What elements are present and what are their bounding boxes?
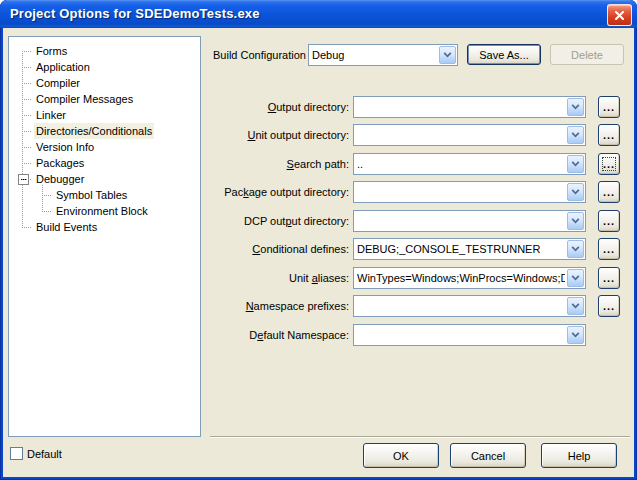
dropdown-button[interactable] (567, 212, 584, 230)
cancel-button[interactable]: Cancel (450, 443, 526, 468)
dropdown-button[interactable] (567, 183, 584, 201)
tree-item-compiler[interactable]: Compiler (9, 75, 200, 91)
combobox-value[interactable] (357, 326, 565, 344)
label-text: Unit (289, 272, 312, 284)
dropdown-button[interactable] (567, 269, 584, 287)
output-directory-browse-button[interactable]: ... (598, 96, 620, 118)
field-row-output-directory: Output directory: ... (3, 96, 634, 118)
dropdown-button[interactable] (439, 46, 456, 64)
field-row-default-namespace: Default Namespace: (3, 324, 634, 346)
field-row-unit-output-directory: Unit output directory: ... (3, 124, 634, 146)
field-row-package-output-directory: Package output directory: ... (3, 181, 634, 203)
dropdown-button[interactable] (567, 240, 584, 258)
unit-aliases-browse-button[interactable]: ... (598, 267, 620, 289)
ok-button[interactable]: OK (363, 443, 439, 468)
dcp-output-directory-combobox[interactable] (353, 210, 586, 232)
field-row-conditional-defines: Conditional defines: DEBUG;_CONSOLE_TEST… (3, 238, 634, 260)
dropdown-button[interactable] (567, 155, 584, 173)
field-row-search-path: Search path: .. ... (3, 153, 634, 175)
unit-aliases-combobox[interactable]: WinTypes=Windows;WinProcs=Windows;DbiT (353, 267, 586, 289)
combobox-value[interactable]: DEBUG;_CONSOLE_TESTRUNNER (357, 240, 565, 258)
chevron-down-icon (571, 189, 580, 195)
combobox-value[interactable] (357, 126, 565, 144)
chevron-down-icon (571, 275, 580, 281)
label-accel: N (246, 300, 254, 312)
dcp-output-directory-browse-button[interactable]: ... (598, 210, 620, 232)
chevron-down-icon (571, 218, 580, 224)
dropdown-button[interactable] (567, 297, 584, 315)
label-text: liases: (318, 272, 349, 284)
package-output-directory-combobox[interactable] (353, 181, 586, 203)
save-as-button[interactable]: Save As... (467, 44, 541, 65)
help-button[interactable]: Help (541, 443, 617, 468)
conditional-defines-browse-button[interactable]: ... (598, 238, 620, 260)
package-output-directory-label: Package output directory: (3, 181, 349, 203)
default-namespace-combobox[interactable] (353, 324, 586, 346)
combobox-value[interactable] (357, 297, 565, 315)
chevron-down-icon (571, 104, 580, 110)
build-configuration-combobox[interactable]: Debug (308, 44, 458, 66)
search-path-label: Search path: (3, 153, 349, 175)
build-configuration-label: Build Configuration (213, 44, 306, 66)
namespace-prefixes-label: Namespace prefixes: (3, 295, 349, 317)
project-options-dialog: Project Options for SDEDemoTests.exe For… (0, 0, 637, 480)
default-checkbox-label: Default (27, 446, 62, 462)
field-row-namespace-prefixes: Namespace prefixes: ... (3, 295, 634, 317)
label-accel: O (268, 101, 277, 113)
delete-button[interactable]: Delete (550, 44, 624, 65)
default-checkbox[interactable] (10, 447, 23, 460)
namespace-prefixes-combobox[interactable] (353, 295, 586, 317)
unit-output-directory-browse-button[interactable]: ... (598, 124, 620, 146)
dropdown-button[interactable] (567, 98, 584, 116)
label-text: age output directory: (249, 186, 349, 198)
label-text: DCP out (244, 215, 285, 227)
unit-output-directory-label: Unit output directory: (3, 124, 349, 146)
chevron-down-icon (571, 132, 580, 138)
label-text: ut directory: (292, 215, 349, 227)
default-namespace-label: Default Namespace: (3, 324, 349, 346)
label-text: onditional defines: (260, 243, 349, 255)
tree-item-label[interactable]: Forms (34, 43, 69, 59)
titlebar: Project Options for SDEDemoTests.exe (0, 0, 637, 28)
dcp-output-directory-label: DCP output directory: (3, 210, 349, 232)
label-text: amespace prefixes: (254, 300, 349, 312)
label-text: fault Namespace: (263, 329, 349, 341)
output-directory-combobox[interactable] (353, 96, 586, 118)
close-icon (614, 10, 625, 21)
namespace-prefixes-browse-button[interactable]: ... (598, 295, 620, 317)
combobox-value[interactable] (357, 212, 565, 230)
dropdown-button[interactable] (567, 326, 584, 344)
chevron-down-icon (571, 332, 580, 338)
chevron-down-icon (443, 52, 452, 58)
combobox-value[interactable] (357, 98, 565, 116)
tree-item-label[interactable]: Compiler (34, 75, 82, 91)
conditional-defines-label: Conditional defines: (3, 238, 349, 260)
combobox-value[interactable]: .. (357, 155, 565, 173)
label-text: Pac (224, 186, 243, 198)
unit-output-directory-combobox[interactable] (353, 124, 586, 146)
output-directory-label: Output directory: (3, 96, 349, 118)
tree-item-forms[interactable]: Forms (9, 43, 200, 59)
footer-separator (210, 436, 630, 438)
close-button[interactable] (607, 4, 632, 26)
chevron-down-icon (571, 303, 580, 309)
tree-item-application[interactable]: Application (9, 59, 200, 75)
field-row-dcp-output-directory: DCP output directory: ... (3, 210, 634, 232)
tree-item-label[interactable]: Application (34, 59, 92, 75)
search-path-combobox[interactable]: .. (353, 153, 586, 175)
conditional-defines-combobox[interactable]: DEBUG;_CONSOLE_TESTRUNNER (353, 238, 586, 260)
dropdown-button[interactable] (567, 126, 584, 144)
unit-aliases-label: Unit aliases: (3, 267, 349, 289)
chevron-down-icon (571, 246, 580, 252)
package-output-directory-browse-button[interactable]: ... (598, 181, 620, 203)
search-path-browse-button[interactable]: ... (598, 153, 620, 175)
label-accel: S (287, 158, 294, 170)
combobox-value[interactable]: WinTypes=Windows;WinProcs=Windows;DbiT (357, 269, 565, 287)
chevron-down-icon (571, 161, 580, 167)
page-title: Project Options for SDEDemoTests.exe (10, 6, 260, 21)
field-row-unit-aliases: Unit aliases: WinTypes=Windows;WinProcs=… (3, 267, 634, 289)
label-text: earch path: (294, 158, 349, 170)
combobox-value[interactable] (357, 183, 565, 201)
combobox-value[interactable]: Debug (312, 46, 437, 64)
dialog-client-area: Forms Application Compiler Compiler Mess… (3, 28, 634, 477)
